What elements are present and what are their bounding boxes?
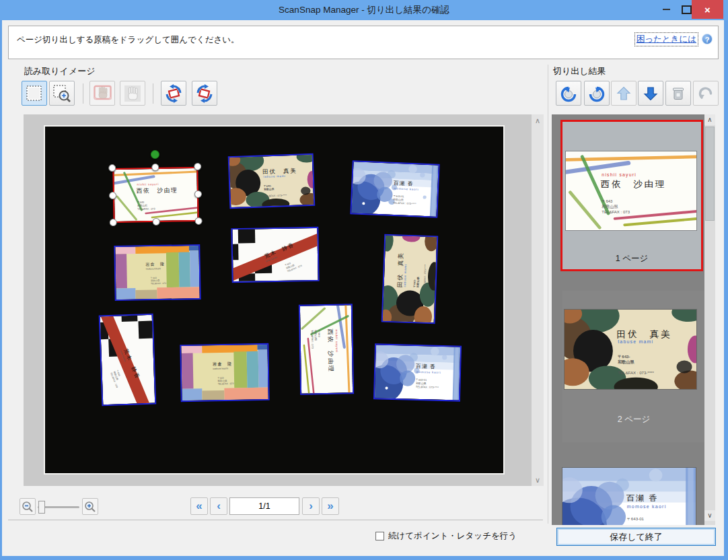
- card-addr1: 〒643: [318, 330, 321, 338]
- card-roman: nishii sayuri: [335, 329, 338, 353]
- page-2-label: 2 ページ: [562, 414, 705, 425]
- card-addr1: 〒643-01: [393, 195, 404, 199]
- titlebar[interactable]: ScanSnap Manager - 切り出し結果の確認: [0, 0, 728, 20]
- card-addr1: 〒643-: [412, 279, 416, 288]
- move-page-down-button[interactable]: [638, 81, 663, 106]
- card-addr2: 和歌山県: [137, 204, 148, 207]
- delete-page-button[interactable]: [665, 81, 691, 106]
- card-roman: momose kaori: [627, 504, 667, 509]
- business-card-momose: 百瀬 香 momose kaori 〒643-01: [562, 468, 696, 525]
- thumbnail-page-3[interactable]: 百瀬 香 momose kaori 〒643-01: [562, 462, 705, 525]
- move-down-icon: [642, 85, 659, 102]
- card-name: 西依 沙由理: [601, 179, 666, 189]
- select-frame-tool-button[interactable]: [22, 81, 47, 106]
- card-name: 西依 沙由理: [327, 328, 334, 372]
- instruction-text: ページ切り出しする原稿をドラッグして囲んでください。: [17, 34, 240, 46]
- prev-page-button[interactable]: ‹: [210, 497, 227, 515]
- zoom-in-button[interactable]: [82, 498, 98, 515]
- crop-region-nishii-selected[interactable]: nishii sayuri 西依 沙由理 〒643 和歌山県 TEL&FAX :…: [112, 167, 198, 223]
- business-card-araki: 荒木 静香 araki sizuka 〒643 和歌山県 TEL&FAX : 0…: [232, 228, 318, 281]
- pan-hand-icon: [124, 85, 141, 102]
- minimize-icon: [663, 9, 670, 10]
- card-addr1: 〒643: [137, 201, 144, 204]
- card-roman: tabuse mami: [618, 339, 653, 344]
- card-roman: iwakura hitoshi: [146, 267, 161, 270]
- business-card-tabuse: 田伏 真美 tabuse mami 〒643- 和歌山県 TEL&FAX : 0…: [383, 236, 437, 323]
- rotate-left-icon: [559, 84, 578, 103]
- crop-region-araki-rotated[interactable]: 荒木 静香 araki sizuka 〒643 和歌山県 TEL&FAX : 0…: [99, 314, 157, 407]
- business-card-momose: 百瀬 香 momose kaori 〒643-01 和歌山県 TEL&FAX :…: [375, 345, 460, 400]
- card-addr3: TEL&FAX : 073: [151, 282, 166, 285]
- panel-scrollbar[interactable]: ∧ ∨: [704, 114, 715, 525]
- card-addr3: TEL&FAX : 073: [137, 208, 155, 211]
- close-button[interactable]: ×: [692, 0, 723, 19]
- rotate-page-left-button[interactable]: [556, 81, 581, 106]
- card-name: 百瀬 香: [394, 180, 414, 186]
- last-page-button[interactable]: »: [322, 497, 339, 515]
- rotate-area-left-button[interactable]: [161, 81, 186, 106]
- business-card-momose: 百瀬 香 momose kaori 〒643-01 和歌山県 TEL&FAX :…: [351, 162, 438, 216]
- viewport-scrollbar[interactable]: [532, 114, 544, 486]
- toolbar-separator: [153, 83, 153, 104]
- help-link[interactable]: 困ったときには: [635, 33, 698, 46]
- card-addr3: TEL&FAX : 073-****: [416, 385, 439, 389]
- crop-region-momose[interactable]: 百瀬 香 momose kaori 〒643-01 和歌山県 TEL&FAX :…: [350, 160, 439, 218]
- thumbnail-page-2[interactable]: 田伏 真美 tabuse mami 〒643- 和歌山県 TEL&FAX : 0…: [562, 291, 705, 442]
- crop-region-nishii-rotated[interactable]: nishii sayuri 西依 沙由理 〒643 和歌山県 TEL&FAX :…: [299, 304, 354, 394]
- zoom-in-icon: [84, 501, 96, 513]
- crop-region-tabuse-rotated[interactable]: 田伏 真美 tabuse mami 〒643- 和歌山県 TEL&FAX : 0…: [381, 234, 439, 324]
- crop-result-panel: nishii sayuri 西依 沙由理 〒643 和歌山県 TEL&FAX :…: [552, 114, 715, 525]
- scan-viewport[interactable]: nishii sayuri 西依 沙由理 〒643 和歌山県 TEL&FAX :…: [24, 114, 544, 486]
- zoom-out-button[interactable]: [20, 498, 36, 515]
- rotate-right-icon: [587, 84, 606, 103]
- card-addr1: 〒643: [151, 277, 157, 279]
- zoom-out-icon: [22, 501, 34, 513]
- business-card-iwakura: 岩倉 隆 iwakura hitoshi 〒643 和歌山県 TEL&FAX :…: [115, 246, 199, 300]
- save-and-exit-button[interactable]: 保存して終了: [556, 528, 716, 546]
- help-icon[interactable]: ?: [702, 34, 713, 44]
- crop-region-araki[interactable]: 荒木 静香 araki sizuka 〒643 和歌山県 TEL&FAX : 0…: [231, 227, 319, 283]
- panel-scroll-up-icon[interactable]: ∧: [704, 114, 715, 125]
- crop-region-tabuse[interactable]: 田伏 真美 tabuse mami 〒643- 和歌山県 TEL&FAX : 0…: [228, 153, 316, 209]
- crop-region-iwakura[interactable]: 岩倉 隆 iwakura hitoshi 〒643 和歌山県 TEL&FAX :…: [114, 244, 201, 301]
- move-page-up-button: [611, 81, 636, 106]
- move-up-icon: [615, 85, 632, 102]
- zoom-slider-thumb[interactable]: [38, 501, 45, 514]
- business-card-nishii: nishii sayuri 西依 沙由理 〒643 和歌山県 TEL&FAX :…: [300, 305, 353, 393]
- panel-scroll-down-icon[interactable]: ∨: [704, 510, 715, 521]
- business-card-tabuse: 田伏 真美 tabuse mami 〒643- 和歌山県 TEL&FAX : 0…: [565, 310, 696, 389]
- crop-region-iwakura-2[interactable]: 岩倉 隆 iwakura hitoshi 〒643 和歌山県 TEL&FAX :…: [180, 343, 269, 402]
- panel-scrollbar-thumb[interactable]: [705, 127, 715, 221]
- card-addr3: TEL&FAX : 073-****: [618, 371, 654, 375]
- panel-divider: [548, 65, 548, 524]
- minimize-button[interactable]: [657, 0, 676, 19]
- crop-region-momose-2[interactable]: 百瀬 香 momose kaori 〒643-01 和歌山県 TEL&FAX :…: [373, 343, 462, 401]
- scanned-image-label: 読み取りイメージ: [24, 65, 96, 77]
- thumbnail-page-1[interactable]: nishii sayuri 西依 沙由理 〒643 和歌山県 TEL&FAX :…: [560, 120, 703, 271]
- card-roman: nishii sayuri: [602, 172, 636, 178]
- card-addr2: 和歌山県: [602, 204, 618, 209]
- business-card-nishii: nishii sayuri 西依 沙由理 〒643 和歌山県 TEL&FAX :…: [114, 168, 197, 221]
- card-addr1: 〒643-01: [416, 378, 427, 382]
- card-name: 田伏 真美: [262, 167, 297, 175]
- next-page-button[interactable]: ›: [302, 497, 320, 515]
- card-addr2: 和歌山県: [416, 382, 427, 385]
- card-addr1: 〒643-: [618, 355, 630, 359]
- card-addr3: TEL&FAX : 073: [602, 210, 630, 214]
- footer-divider: [8, 520, 543, 520]
- rotate-area-left-icon: [164, 84, 183, 103]
- card-addr3: TEL&FAX : 073: [218, 382, 234, 385]
- toolbar-separator: [83, 83, 83, 104]
- continue-retouch-checkbox[interactable]: [375, 532, 384, 540]
- first-page-button[interactable]: «: [190, 497, 208, 515]
- rotate-page-right-button[interactable]: [584, 81, 610, 106]
- card-addr1: 〒643-01: [627, 517, 645, 521]
- pan-hand-button: [120, 81, 145, 106]
- page-indicator-input[interactable]: [229, 497, 299, 515]
- rotate-area-right-button[interactable]: [192, 81, 217, 106]
- scroll-up-icon[interactable]: ∧: [532, 115, 543, 126]
- select-zoom-tool-button[interactable]: [49, 81, 75, 106]
- scroll-down-icon[interactable]: ∨: [532, 475, 543, 485]
- card-addr1: 〒643: [217, 377, 223, 380]
- message-bar: ページ切り出しする原稿をドラッグして囲んでください。 困ったときには ?: [8, 26, 719, 59]
